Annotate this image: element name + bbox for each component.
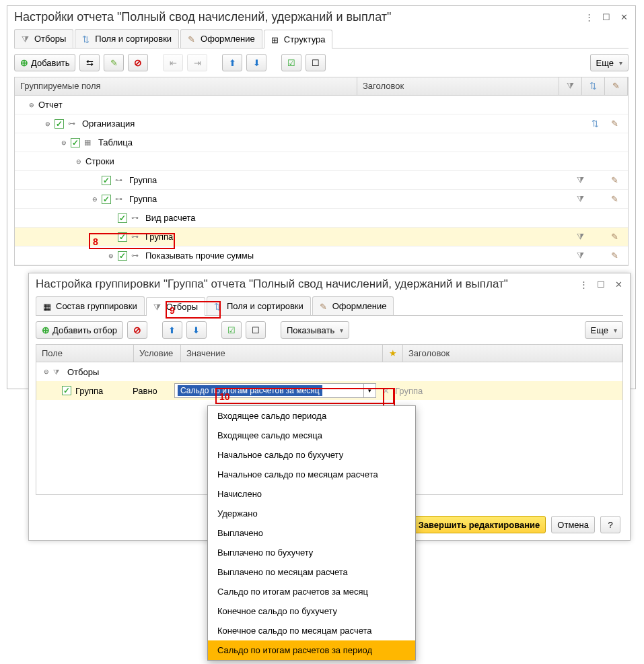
col-condition[interactable]: Условие [134,345,181,362]
maximize-icon[interactable]: ☐ [596,279,606,289]
dropdown-item[interactable]: Удержано [208,504,415,523]
main-titlebar: Настройки отчета "Полный свод начислений… [7,6,635,28]
link-icon: ⊶ [131,213,142,222]
dropdown-item[interactable]: Выплачено по бухучету [208,543,415,562]
move-right-button: ⇥ [187,54,207,71]
edit-button[interactable]: ✎ [104,54,124,71]
help-button[interactable]: ? [600,516,620,533]
checkbox-icon[interactable] [118,213,127,223]
tab-modal-fields[interactable]: ⇅Поля и сортировки [207,296,311,315]
show-button[interactable]: Показывать [281,321,349,339]
cancel-button[interactable]: Отмена [551,516,595,533]
expander-icon[interactable]: ⊖ [27,100,36,110]
dropdown-item[interactable]: Начальное сальдо по месяцам расчета [208,465,415,484]
checkbox-icon[interactable] [102,176,111,185]
filter-root-row[interactable]: ⊖ ⧩ Отборы [36,362,622,381]
add-button[interactable]: ⊕Добавить [14,54,75,71]
more-button[interactable]: Еще [590,54,629,71]
filter-condition: Равно [133,386,174,396]
dropdown-item[interactable]: Выплачено по месяцам расчета [208,562,415,582]
annotation-8-box: 8 [89,233,175,249]
group-button[interactable]: ⇆ [79,54,100,71]
col-value[interactable]: Значение [181,345,383,362]
check-all-button[interactable]: ☑ [281,54,301,71]
uncheck-all-button[interactable]: ☐ [306,54,326,71]
checkbox-icon[interactable] [102,195,111,204]
filter-grid-header: Поле Условие Значение ★ Заголовок [36,345,622,362]
annotation-9-box: 9 [166,301,221,319]
annotation-9-label: 9 [170,305,175,316]
filter-title: Группа [395,386,423,396]
move-down-button[interactable]: ⬇ [246,54,266,71]
expander-icon[interactable]: ⊖ [42,367,51,376]
col-filter-icon[interactable]: ⧩ [559,77,582,95]
funnel-icon: ⧩ [53,368,64,376]
dropdown-item[interactable]: Начислено [208,484,415,504]
modal-tabbar: ▦Состав группировки ⧩Отборы ⇅Поля и сорт… [36,296,623,316]
check-all-filter-button[interactable]: ☑ [221,321,242,339]
move-up-button[interactable]: ⬆ [222,54,242,71]
expander-icon[interactable]: ⊖ [59,138,69,147]
checkbox-icon[interactable] [62,386,71,395]
maximize-icon[interactable]: ☐ [602,12,611,22]
dropdown-item[interactable]: Конечное сальдо по месяцам расчета [208,621,415,640]
move-up-filter-button[interactable]: ⬆ [162,321,182,339]
move-down-filter-button[interactable]: ⬇ [186,321,207,339]
dropdown-item-selected[interactable]: Сальдо по итогам расчетов за период [208,640,415,660]
tree-row-org[interactable]: ⊖ ⊶ Организация ⇅✎ [15,114,628,133]
dropdown-item[interactable]: Входящее сальдо периода [208,406,415,426]
table-icon: ▦ [84,138,95,147]
tree-row-calctype[interactable]: ⊖ ⊶ Вид расчета [15,209,628,228]
annotation-8-label: 8 [93,236,98,247]
tree-row-rows[interactable]: ⊖ Строки [15,152,628,171]
tree-row-othersums[interactable]: ⊖ ⊶ Показывать прочие суммы ⧩ ✎ [15,246,628,265]
checkbox-icon[interactable] [71,138,80,147]
tab-design[interactable]: ✎Оформление [180,29,262,48]
col-star-icon[interactable]: ★ [383,345,403,362]
add-filter-button[interactable]: ⊕Добавить отбор [36,321,123,339]
tab-fields[interactable]: ⇅Поля и сортировки [75,29,179,48]
menu-dots-icon[interactable]: ⋮ [579,279,588,289]
tab-composition[interactable]: ▦Состав группировки [36,296,145,315]
dropdown-item[interactable]: Конечное сальдо по бухучету [208,601,415,621]
modal-toolbar: ⊕Добавить отбор ⊘ ⬆ ⬇ ☑ ☐ Показывать Еще [29,316,630,344]
modal-more-button[interactable]: Еще [585,321,623,339]
menu-dots-icon[interactable]: ⋮ [584,12,594,22]
col-title2[interactable]: Заголовок [403,345,622,362]
col-group-fields[interactable]: Группируемые поля [15,77,357,95]
tab-filters[interactable]: ⧩Отборы [14,29,73,48]
expander-icon[interactable]: ⊖ [43,119,52,129]
col-format-icon[interactable]: ✎ [605,77,628,95]
dropdown-item[interactable]: Выплачено [208,523,415,543]
uncheck-all-filter-button[interactable]: ☐ [246,321,266,339]
tab-modal-design[interactable]: ✎Оформление [312,296,394,315]
col-title[interactable]: Заголовок [357,77,559,95]
close-icon[interactable]: ✕ [614,279,623,289]
finish-button[interactable]: Завершить редактирование [413,516,546,533]
annotation-10-label: 10 [219,391,230,402]
value-dropdown: Входящее сальдо периода Входящее сальдо … [207,405,416,661]
tree-row-group1[interactable]: ⊖ ⊶ Группа ⧩ ✎ [15,171,628,190]
checkbox-icon[interactable] [118,251,127,261]
checkbox-icon[interactable] [55,119,64,129]
expander-icon[interactable]: ⊖ [90,195,100,204]
main-tabbar: ⧩Отборы ⇅Поля и сортировки ✎Оформление ⊞… [14,29,629,48]
link-icon: ⊶ [68,119,79,128]
tree-row-report[interactable]: ⊖ Отчет [15,96,628,114]
expander-icon[interactable]: ⊖ [74,157,83,166]
close-icon[interactable]: ✕ [619,12,629,22]
dropdown-item[interactable]: Начальное сальдо по бухучету [208,445,415,465]
col-sort-icon[interactable]: ⇅ [582,77,605,95]
tree-row-table[interactable]: ⊖ ▦ Таблица [15,133,628,152]
link-icon: ⊶ [115,176,126,185]
tree-row-group2[interactable]: ⊖ ⊶ Группа ⧩ ✎ [15,190,628,209]
expander-icon[interactable]: ⊖ [106,251,116,261]
modal-bottom-bar: Завершить редактирование Отмена ? [413,516,620,533]
main-grid-header: Группируемые поля Заголовок ⧩ ⇅ ✎ [14,77,629,96]
tab-structure[interactable]: ⊞Структура [264,30,333,48]
delete-button[interactable]: ⊘ [128,54,148,71]
dropdown-item[interactable]: Входящее сальдо месяца [208,426,415,445]
col-field[interactable]: Поле [36,345,134,362]
dropdown-item[interactable]: Сальдо по итогам расчетов за месяц [208,582,415,601]
delete-filter-button[interactable]: ⊘ [127,321,147,339]
